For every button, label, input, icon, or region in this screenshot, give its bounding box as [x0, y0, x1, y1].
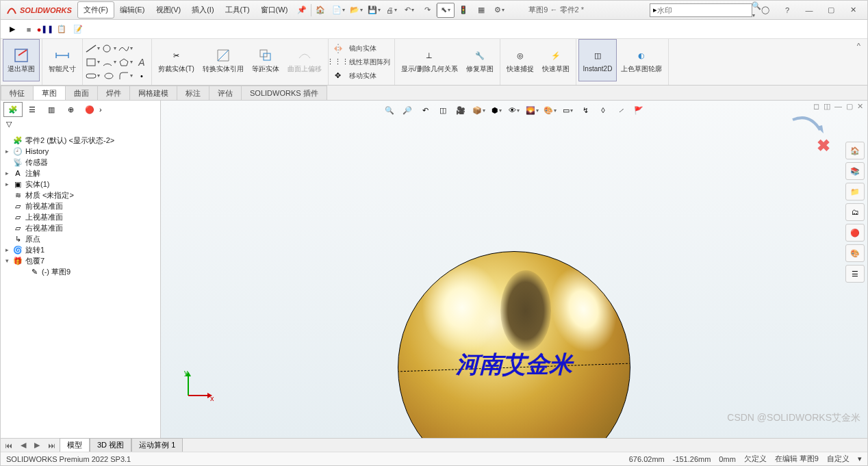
menu-insert[interactable]: 插入(I) [186, 2, 219, 18]
vp-min-icon[interactable]: — [834, 102, 842, 111]
fm-tab-prop-icon[interactable]: ☰ [23, 102, 42, 117]
model-sphere[interactable]: 河南艾金米 [398, 251, 630, 438]
convert-button[interactable]: 转换实体引用 [199, 39, 248, 81]
tree-sensors[interactable]: 📡传感器 [1, 157, 160, 168]
tree-sketch9[interactable]: ✎(-) 草图9 [1, 266, 160, 277]
smart-dim-button[interactable]: 智能尺寸 [44, 39, 80, 81]
tp-explorer-icon[interactable]: 📁 [845, 183, 865, 200]
color-outline-button[interactable]: ◐上色草图轮廓 [617, 39, 666, 81]
select-icon[interactable]: ⬉▾ [437, 3, 455, 18]
rapid-snap-button[interactable]: ◎快速捕捉 [502, 39, 538, 81]
zoom-fit-icon[interactable]: 🔍 [382, 103, 397, 117]
tp-appearance-icon[interactable]: 🔴 [845, 224, 865, 242]
stop-icon[interactable]: ■ [23, 23, 35, 36]
section-icon[interactable]: ◫ [435, 103, 450, 117]
tab-sketch[interactable]: 草图 [33, 86, 66, 100]
fm-tab-config-icon[interactable]: ▥ [42, 102, 61, 117]
help-icon[interactable]: ? [778, 3, 796, 18]
rect-icon[interactable]: ▾ [85, 56, 100, 68]
tab-mesh[interactable]: 网格建模 [129, 86, 177, 100]
tree-top-plane[interactable]: ▱上视基准面 [1, 211, 160, 222]
menu-view[interactable]: 视图(V) [151, 2, 187, 18]
tree-right-plane[interactable]: ▱右视基准面 [1, 222, 160, 233]
appear-icon[interactable]: 🎨▾ [542, 103, 557, 117]
hide-show-icon[interactable]: 👁▾ [507, 103, 522, 117]
tree-revolve[interactable]: ▸🌀旋转1 [1, 244, 160, 255]
viewport-layout-icon[interactable]: ▭▾ [560, 103, 575, 117]
tree-material[interactable]: ≋材质 <未指定> [1, 190, 160, 200]
display-relations-button[interactable]: ⊥显示/删除几何关系 [397, 39, 462, 81]
status-unit-icon[interactable]: ▾ [858, 454, 862, 463]
view-triad[interactable]: y x [181, 368, 216, 404]
script-edit-icon[interactable]: 📝 [72, 23, 84, 36]
polygon-icon[interactable]: ▾ [118, 56, 133, 68]
bbox-icon[interactable]: ◊ [596, 103, 611, 117]
tree-wrap[interactable]: ▾🎁包覆7 [1, 255, 160, 266]
filter-icon[interactable]: ▽ [6, 120, 12, 128]
tab-3dview[interactable]: 3D 视图 [90, 438, 131, 452]
tp-forum-icon[interactable]: ☰ [845, 265, 865, 283]
tab-model[interactable]: 模型 [60, 438, 90, 452]
dynamic-icon[interactable]: 🎥 [453, 103, 468, 117]
tree-root[interactable]: 🧩零件2 (默认) <显示状态-2> [1, 135, 160, 146]
search-input-wrap[interactable]: ▸ 🔍▾ [650, 3, 752, 17]
repair-sketch-button[interactable]: 🔧修复草图 [462, 39, 498, 81]
tab-surface[interactable]: 曲面 [65, 86, 98, 100]
arc-icon[interactable]: ▾ [101, 56, 116, 68]
slot-icon[interactable]: ▾ [85, 70, 100, 82]
zoom-area-icon[interactable]: 🔎 [400, 103, 415, 117]
tab-annotate[interactable]: 标注 [177, 86, 209, 100]
options-bar-icon[interactable]: ▦ [472, 3, 490, 18]
move-icon[interactable]: ✥ [331, 70, 346, 82]
tp-library-icon[interactable]: 📚 [845, 162, 865, 180]
tree-history[interactable]: ▸🕘History [1, 146, 160, 157]
circle-icon[interactable]: ▾ [101, 42, 116, 55]
home-icon[interactable]: 🏠 [311, 3, 329, 18]
instant2d-button[interactable]: ◫Instant2D [578, 39, 617, 81]
traffic-icon[interactable]: 🚦 [455, 3, 472, 18]
fm-tab-display-icon[interactable]: ⊕ [61, 102, 80, 117]
redo-icon[interactable]: ↷ [418, 3, 436, 18]
tree-bodies[interactable]: ▸▣实体(1) [1, 179, 160, 190]
maximize-icon[interactable]: ▢ [822, 3, 840, 18]
line-icon[interactable]: ▾ [85, 42, 100, 55]
menu-file[interactable]: 文件(F) [77, 1, 114, 18]
text-icon[interactable]: A [134, 56, 149, 68]
vp-max-icon[interactable]: ▢ [846, 102, 853, 111]
tab-nav-prev-icon[interactable]: ◀ [16, 441, 30, 450]
spline-icon[interactable]: ▾ [118, 42, 133, 55]
tp-view-palette-icon[interactable]: 🗂 [845, 203, 865, 221]
vp-single-icon[interactable]: ◻ [813, 102, 819, 111]
close-icon[interactable]: ✕ [844, 3, 862, 18]
fm-tab-tree-icon[interactable]: 🧩 [3, 102, 23, 117]
script-new-icon[interactable]: 📋 [55, 23, 68, 36]
tab-nav-first-icon[interactable]: ⏮ [1, 441, 16, 450]
ribbon-expand-icon[interactable]: ^ [850, 39, 867, 85]
fm-expand-icon[interactable]: › [99, 105, 102, 114]
save-icon[interactable]: 💾▾ [365, 3, 383, 18]
point-icon[interactable]: • [134, 70, 149, 82]
sketch-view-icon[interactable]: ⟋ [613, 103, 628, 117]
tab-weld[interactable]: 焊件 [97, 86, 130, 100]
offset-button[interactable]: 等距实体 [248, 39, 283, 81]
user-icon[interactable]: ◯ [756, 3, 774, 18]
record-icon[interactable]: ●❚❚ [39, 23, 51, 36]
quick-sketch-button[interactable]: ⚡快速草图 [538, 39, 574, 81]
new-doc-icon[interactable]: 📄▾ [329, 3, 347, 18]
tree-front-plane[interactable]: ▱前视基准面 [1, 200, 160, 211]
tab-nav-last-icon[interactable]: ⏭ [44, 441, 60, 450]
tab-evaluate[interactable]: 评估 [209, 86, 242, 100]
menu-tools[interactable]: 工具(T) [220, 2, 255, 18]
tab-feature[interactable]: 特征 [1, 86, 34, 100]
print-icon[interactable]: 🖨▾ [383, 3, 400, 18]
mirror-icon[interactable] [331, 42, 346, 55]
tree-origin[interactable]: ↳原点 [1, 233, 160, 244]
pattern-icon[interactable]: ⋮⋮⋮ [331, 56, 346, 68]
tab-nav-next-icon[interactable]: ▶ [30, 441, 44, 450]
ellipse-icon[interactable] [101, 70, 116, 82]
viewport[interactable]: 🔍 🔎 ↶ ◫ 🎥 📦▾ ⬢▾ 👁▾ 🌄▾ 🎨▾ ▭▾ ↯ ◊ ⟋ 🚩 ✖ 河南 [161, 101, 867, 438]
vp-split-icon[interactable]: ◫ [824, 102, 830, 111]
display-style-icon[interactable]: ⬢▾ [489, 103, 504, 117]
open-icon[interactable]: 📂▾ [347, 3, 365, 18]
tp-home-icon[interactable]: 🏠 [845, 142, 865, 159]
